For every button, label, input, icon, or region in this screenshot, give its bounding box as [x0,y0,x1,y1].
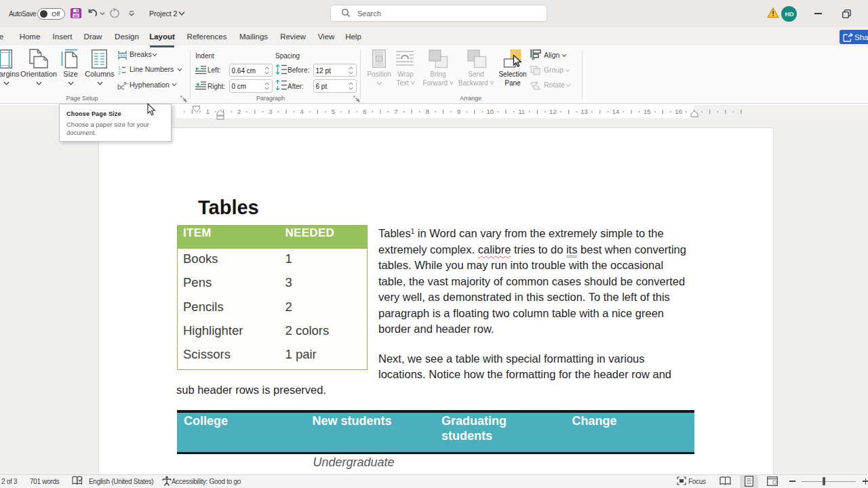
svg-text:8: 8 [426,107,429,115]
svg-text:3: 3 [269,107,272,115]
svg-text:15: 15 [644,107,651,115]
svg-text:6: 6 [363,107,366,115]
svg-text:4: 4 [300,107,304,115]
svg-text:a-: a- [123,80,128,86]
svg-text:9: 9 [457,107,460,115]
svg-text:1: 1 [118,66,121,70]
svg-text:14: 14 [612,107,620,115]
svg-text:7: 7 [394,107,397,115]
svg-text:2: 2 [118,70,121,75]
svg-text:2: 2 [237,107,241,115]
svg-text:1: 1 [206,107,210,115]
svg-text:16: 16 [675,107,682,115]
svg-text:5: 5 [332,107,335,115]
svg-text:13: 13 [580,107,588,115]
svg-text:12: 12 [549,107,557,115]
svg-text:11: 11 [518,107,525,115]
svg-text:10: 10 [487,107,494,115]
